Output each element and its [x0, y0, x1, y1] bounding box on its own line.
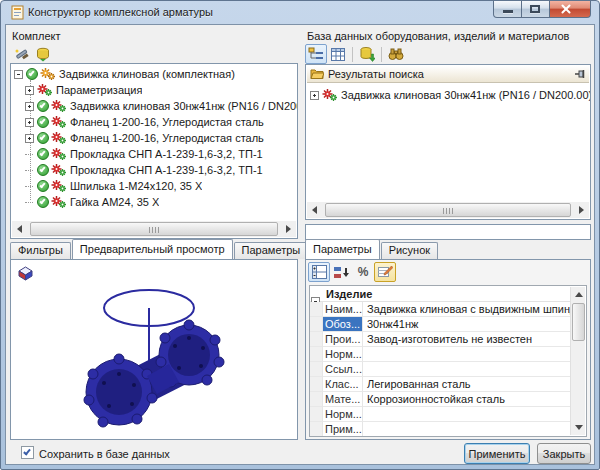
table-view-button[interactable] [327, 44, 349, 64]
scrollbar-thumb[interactable] [30, 222, 278, 236]
scroll-left-icon[interactable] [12, 221, 28, 237]
property-value[interactable] [363, 347, 571, 361]
tree-row[interactable]: Фланец 1-200-16, Углеродистая сталь [11, 114, 297, 130]
tree-row[interactable]: Прокладка СНП А-1-239-1,6-3,2, ТП-1 [11, 146, 297, 162]
tree-row[interactable]: Шпилька 1-М24х120, 35 Х [11, 178, 297, 194]
tree-row[interactable]: Параметризация [11, 82, 297, 98]
apply-button[interactable]: Применить [464, 443, 530, 464]
scrollbar-thumb[interactable] [572, 303, 585, 341]
property-value[interactable]: Завод-изготовитель не известен [363, 332, 571, 346]
edit-button[interactable] [374, 262, 396, 282]
scroll-up-icon[interactable] [571, 287, 587, 303]
property-value[interactable]: Легированная сталь [363, 377, 571, 391]
tree-item-label: Гайка АМ24, 35 Х [70, 196, 159, 208]
scroll-left-icon[interactable] [307, 202, 323, 218]
grid-row[interactable]: Ссыл... [310, 362, 571, 377]
gears-red-icon [51, 195, 67, 209]
tree-row-root[interactable]: Задвижка клиновая (комплектная) [11, 66, 297, 82]
property-value[interactable]: Задвижка клиновая с выдвижным шпинделем … [363, 302, 571, 316]
right-tab-strip: Параметры Рисунок [305, 239, 439, 259]
categorized-view-button[interactable] [308, 262, 330, 282]
db-toolbar [305, 44, 407, 64]
search-results-group[interactable]: Результаты поиска [307, 66, 589, 83]
grid-row[interactable]: Норм... [310, 347, 571, 362]
save-checkbox-label: Сохранить в базе данных [39, 448, 170, 460]
save-checkbox[interactable] [21, 446, 34, 459]
tree-row[interactable]: Прокладка СНП А-1-239-1,6-3,2, ТП-1 [11, 162, 297, 178]
result-item-label: Задвижка клиновая 30нж41нж (PN16 / DN200… [341, 89, 590, 101]
tab-parameters[interactable]: Параметры [234, 242, 309, 259]
tree-row[interactable]: Фланец 1-200-16, Углеродистая сталь [11, 130, 297, 146]
tree-row[interactable]: Задвижка клиновая 30нж41нж (PN16 / DN200… [11, 98, 297, 114]
check-icon [37, 148, 49, 160]
kit-tree-panel: Задвижка клиновая (комплектная) Параметр… [10, 63, 298, 239]
tree-row[interactable]: Гайка АМ24, 35 Х [11, 194, 297, 210]
check-icon [37, 132, 49, 144]
parametrize-button[interactable] [10, 44, 32, 64]
close-button[interactable] [549, 1, 591, 18]
property-value[interactable] [363, 407, 571, 421]
property-value[interactable] [363, 362, 571, 376]
tab-filters[interactable]: Фильтры [10, 242, 71, 259]
parameters-panel: % Изделие [305, 259, 591, 440]
expand-icon[interactable] [25, 134, 34, 143]
3d-preview[interactable] [19, 280, 291, 435]
grid-row[interactable]: Прои... Завод-изготовитель не известен [310, 332, 571, 347]
wrench-icon [13, 46, 29, 62]
left-panel-title: Комплект [12, 30, 61, 42]
grid-row[interactable]: Клас... Легированная сталь [310, 377, 571, 392]
tree-view-button[interactable] [305, 44, 327, 64]
grid-row[interactable]: Мате... Коррозионностойкая сталь [310, 392, 571, 407]
percent-view-button[interactable]: % [352, 262, 374, 282]
vertical-scrollbar[interactable] [570, 287, 585, 435]
grid-category-row[interactable]: Изделие [310, 286, 571, 302]
expand-icon[interactable] [25, 118, 34, 127]
tab-picture[interactable]: Рисунок [381, 242, 439, 259]
sort-az-button[interactable] [330, 262, 352, 282]
preview-panel [10, 259, 298, 440]
grid-row[interactable]: Прим... [310, 422, 571, 436]
tab-preview[interactable]: Предварительный просмотр [72, 239, 233, 259]
horizontal-scrollbar[interactable] [12, 221, 296, 237]
cube-icon [18, 266, 33, 281]
find-button[interactable] [385, 44, 407, 64]
scroll-right-icon[interactable] [573, 202, 589, 218]
expand-icon[interactable] [310, 91, 319, 100]
pin-icon[interactable] [574, 68, 586, 80]
property-value[interactable]: 30нж41нж [363, 317, 571, 331]
collapse-icon[interactable] [14, 70, 23, 79]
horizontal-scrollbar[interactable] [307, 202, 589, 218]
tree-item-label: Фланец 1-200-16, Углеродистая сталь [70, 132, 264, 144]
right-panel-title: База данных оборудования, изделий и мате… [307, 30, 569, 42]
property-value[interactable] [363, 422, 571, 436]
grid-toolbar: % [308, 262, 396, 282]
scrollbar-thumb[interactable] [325, 203, 571, 217]
grid-row[interactable]: Наим... Задвижка клиновая с выдвижным шп… [310, 302, 571, 317]
database-icon [35, 46, 51, 62]
property-name: Мате... [323, 392, 363, 406]
tree-view-icon [308, 47, 324, 61]
expand-icon[interactable] [25, 102, 34, 111]
search-result-row[interactable]: Задвижка клиновая 30нж41нж (PN16 / DN200… [306, 87, 590, 103]
minimize-button[interactable] [493, 1, 522, 18]
grid-row[interactable]: Норм... [310, 407, 571, 422]
tree-item-label: Задвижка клиновая 30нж41нж (PN16 / DN200… [70, 100, 297, 112]
grid-row-selected[interactable]: Обоз... 30нж41нж [310, 317, 571, 332]
close-dialog-button[interactable]: Закрыть [537, 443, 591, 464]
tab-db-parameters[interactable]: Параметры [305, 239, 380, 259]
save-to-db-button[interactable] [32, 44, 54, 64]
maximize-button[interactable] [522, 1, 549, 18]
check-icon [37, 116, 49, 128]
export-from-db-button[interactable] [356, 44, 378, 64]
gears-red-icon [51, 147, 67, 161]
tree-item-label: Параметризация [56, 84, 142, 96]
expand-icon[interactable] [25, 86, 34, 95]
client-area: Комплект [5, 24, 595, 465]
property-value[interactable]: Коррозионностойкая сталь [363, 392, 571, 406]
scroll-right-icon[interactable] [280, 221, 296, 237]
title-bar[interactable]: Конструктор комплексной арматуры [1, 1, 599, 24]
scroll-down-icon[interactable] [571, 419, 587, 435]
category-label: Изделие [323, 288, 372, 300]
property-name: Норм... [323, 407, 363, 421]
table-icon [331, 48, 345, 61]
